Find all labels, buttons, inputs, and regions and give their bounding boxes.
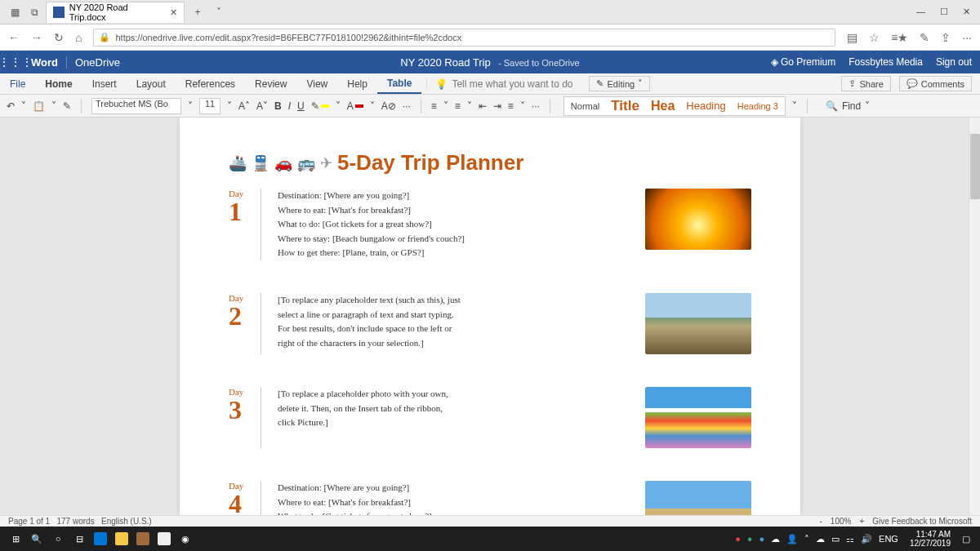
document-canvas[interactable]: 🚢 🚆 🚗 🚌 ✈ 5-Day Trip Planner Day1Destina… — [0, 118, 980, 515]
day-block[interactable]: Day1Destination: [Where are you going?]W… — [229, 189, 751, 260]
window-maximize-button[interactable]: ☐ — [940, 7, 948, 17]
cortana-icon[interactable]: ○ — [47, 528, 69, 549]
settings-icon[interactable]: ··· — [962, 31, 972, 44]
share-browser-icon[interactable]: ⇪ — [941, 31, 951, 44]
language-status[interactable]: English (U.S.) — [101, 517, 152, 526]
align-button[interactable]: ≡ — [508, 100, 514, 112]
find-button[interactable]: 🔍 Find ˅ — [826, 100, 870, 112]
word-count[interactable]: 177 words — [57, 517, 95, 526]
italic-button[interactable]: I — [288, 100, 291, 112]
tab-home[interactable]: Home — [35, 73, 82, 94]
day-text[interactable]: [To replace a placeholder photo with you… — [278, 387, 629, 448]
day-text[interactable]: [To replace any placeholder text (such a… — [278, 293, 629, 354]
tab-help[interactable]: Help — [337, 73, 377, 94]
paste-button[interactable]: 📋 — [33, 100, 45, 112]
undo-button[interactable]: ↶ — [7, 100, 15, 112]
tray-battery-icon[interactable]: ▭ — [831, 534, 840, 544]
underline-button[interactable]: U — [297, 100, 305, 112]
page-count[interactable]: Page 1 of 1 — [8, 517, 50, 526]
format-painter-icon[interactable]: ✎ — [63, 100, 71, 112]
tab-close-icon[interactable]: ✕ — [170, 7, 177, 18]
chevron-down-icon[interactable]: ˅ — [520, 100, 525, 112]
day-block[interactable]: Day3[To replace a placeholder photo with… — [229, 387, 751, 448]
day-image[interactable] — [645, 387, 751, 448]
document-title[interactable]: 5-Day Trip Planner — [337, 150, 523, 176]
outdent-button[interactable]: ⇤ — [479, 100, 487, 112]
tray-language[interactable]: ENG — [879, 534, 898, 544]
zoom-level[interactable]: 100% — [831, 517, 852, 526]
chevron-down-icon[interactable]: ˅ — [467, 100, 472, 112]
tray-icon[interactable]: ● — [735, 534, 741, 544]
day-block[interactable]: Day2[To replace any placeholder text (su… — [229, 293, 751, 354]
system-clock[interactable]: 11:47 AM 12/27/2019 — [905, 530, 956, 548]
new-tab-button[interactable]: + — [188, 7, 207, 18]
favorites-bar-icon[interactable]: ≡★ — [891, 31, 908, 44]
tray-wifi-icon[interactable]: ⚏ — [846, 534, 854, 544]
tab-references[interactable]: References — [176, 73, 245, 94]
doc-title[interactable]: NY 2020 Road Trip — [400, 56, 490, 69]
store-icon[interactable] — [132, 528, 154, 549]
clear-format-button[interactable]: A⊘ — [381, 100, 396, 112]
nav-refresh-button[interactable]: ↻ — [54, 31, 64, 44]
feedback-link[interactable]: Give Feedback to Microsoft — [872, 517, 972, 526]
notifications-icon[interactable]: ▢ — [962, 534, 970, 544]
tray-icon[interactable]: ● — [747, 534, 753, 544]
tray-onedrive-icon[interactable]: ☁ — [771, 534, 780, 544]
reading-view-icon[interactable]: ▤ — [847, 31, 858, 44]
nav-back-button[interactable]: ← — [8, 31, 20, 44]
tab-table[interactable]: Table — [377, 73, 421, 94]
tab-insert[interactable]: Insert — [82, 73, 127, 94]
tray-icon[interactable]: ● — [759, 534, 764, 544]
day-image[interactable] — [645, 293, 751, 354]
explorer-icon[interactable] — [111, 528, 132, 549]
numbering-button[interactable]: ≡ — [455, 100, 461, 112]
start-button[interactable]: ⊞ — [5, 528, 26, 549]
zoom-in[interactable]: + — [859, 517, 864, 526]
chevron-down-icon[interactable]: ˅ — [227, 100, 232, 112]
editing-mode-button[interactable]: ✎ Editing ˅ — [589, 76, 650, 91]
bold-button[interactable]: B — [274, 100, 282, 112]
nav-home-button[interactable]: ⌂ — [75, 31, 82, 44]
day-text[interactable]: Destination: [Where are you going?]Where… — [278, 481, 629, 515]
highlight-button[interactable]: ✎ — [311, 100, 329, 112]
bullets-button[interactable]: ≡ — [431, 100, 437, 112]
address-bar[interactable]: 🔒 https://onedrive.live.com/edit.aspx?re… — [93, 29, 835, 47]
style-title[interactable]: Title — [611, 98, 639, 114]
more-para-button[interactable]: ··· — [532, 100, 540, 112]
day-image[interactable] — [645, 189, 751, 250]
favorite-icon[interactable]: ☆ — [869, 31, 880, 44]
chevron-down-icon[interactable]: ˅ — [21, 100, 26, 112]
nav-forward-button[interactable]: → — [31, 31, 42, 44]
edge-icon[interactable] — [90, 528, 111, 549]
style-normal[interactable]: Normal — [571, 101, 599, 111]
style-heading2[interactable]: Heading — [686, 100, 725, 112]
signout-link[interactable]: Sign out — [936, 56, 972, 68]
tab-layout[interactable]: Layout — [127, 73, 176, 94]
tab-view[interactable]: View — [296, 73, 337, 94]
tray-people-icon[interactable]: 👤 — [786, 534, 798, 544]
day-image[interactable] — [645, 481, 751, 515]
font-select[interactable]: Trebuchet MS (Bo — [91, 98, 181, 114]
chrome-icon[interactable]: ◉ — [175, 528, 196, 549]
day-text[interactable]: Destination: [Where are you going?]Where… — [278, 189, 629, 260]
tab-file[interactable]: File — [0, 73, 35, 94]
chevron-down-icon[interactable]: ˅ — [51, 100, 56, 112]
go-premium-button[interactable]: Go Premium — [771, 56, 836, 68]
grow-font-button[interactable]: A˄ — [238, 100, 250, 112]
chevron-down-icon[interactable]: ˅ — [188, 100, 193, 112]
style-heading3[interactable]: Heading 3 — [737, 101, 778, 111]
notes-icon[interactable]: ✎ — [920, 31, 929, 44]
scroll-thumb[interactable] — [970, 134, 980, 199]
shrink-font-button[interactable]: A˅ — [256, 100, 268, 112]
style-heading1[interactable]: Hea — [651, 99, 675, 113]
comments-button[interactable]: 💬 Comments — [899, 76, 972, 91]
tray-volume-icon[interactable]: 🔊 — [861, 534, 872, 544]
window-minimize-button[interactable]: — — [916, 7, 925, 17]
font-color-button[interactable]: A — [347, 100, 363, 112]
window-close-button[interactable]: ✕ — [963, 7, 970, 17]
chevron-down-icon[interactable]: ˅ — [792, 100, 797, 112]
tab-chevron-icon[interactable]: ˅ — [211, 4, 227, 20]
indent-button[interactable]: ⇥ — [493, 100, 501, 112]
font-size-select[interactable]: 11 — [199, 98, 220, 114]
tab-review[interactable]: Review — [245, 73, 296, 94]
